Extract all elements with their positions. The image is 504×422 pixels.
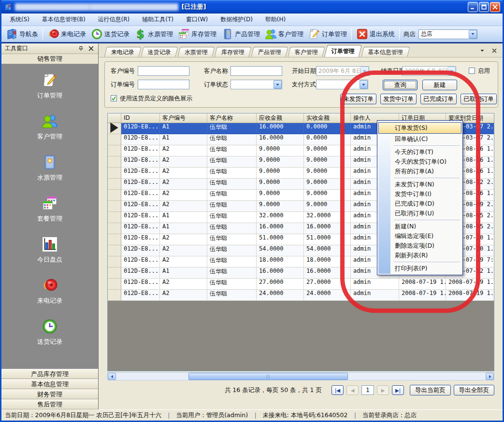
context-menu-item-cancelled-orders[interactable]: 已取消订单(U) — [378, 209, 461, 218]
toolbar-customer-button[interactable]: 客户管理 — [262, 27, 306, 41]
row-header-cell[interactable] — [108, 134, 121, 145]
maximize-button[interactable] — [479, 2, 489, 12]
toolbar-inventory-button[interactable]: 库存管理 — [175, 27, 219, 41]
context-menu-item-today-ship-orders[interactable]: 今天的发货订单(O) — [378, 157, 461, 167]
tab-customer[interactable]: 客户管理 — [288, 47, 325, 57]
row-header-cell[interactable] — [108, 156, 121, 168]
toolbar-product-button[interactable]: 产品管理 — [219, 27, 262, 41]
column-header-customer_name[interactable]: 客户名称 — [207, 113, 257, 123]
tab-product[interactable]: 产品管理 — [251, 47, 288, 57]
context-menu-item-refresh-list[interactable]: 刷新列表(R) — [378, 251, 461, 260]
menu-basic-info-mgmt[interactable]: 基本信息管理(B) — [36, 14, 92, 26]
column-header-customer_no[interactable]: 客户编号 — [160, 113, 207, 123]
toolbar-exit-button[interactable]: 退出系统 — [354, 27, 397, 41]
scrollbar-thumb[interactable] — [188, 373, 348, 380]
page-number-input[interactable]: 1 — [361, 385, 374, 395]
customer-no-input[interactable] — [138, 66, 189, 76]
menu-data-maintenance[interactable]: 数据维护(D) — [214, 14, 259, 26]
menu-window[interactable]: 窗口(W) — [180, 14, 214, 26]
last-page-button[interactable]: ▶| — [392, 385, 404, 395]
table-row[interactable]: 012D-E8...A2伍华聪24.000024.0000admin2008-0… — [108, 290, 494, 301]
end-date-picker[interactable]: 2009年 6月 8日 — [402, 66, 456, 76]
sidebar-item-today-stocktake[interactable]: 今日盘点 — [37, 236, 62, 264]
context-menu-item-print-list[interactable]: 打印列表(P) — [378, 264, 461, 273]
menu-runtime-info[interactable]: 运行信息(R) — [92, 14, 136, 26]
row-header-cell[interactable] — [108, 145, 121, 156]
tab-call-log[interactable]: 来电记录 — [104, 47, 141, 57]
table-row[interactable]: 012D-E8...A2伍华聪27.000027.0000admin2008-0… — [108, 279, 494, 290]
sidebar-item-water-ticket-mgmt[interactable]: 水票管理 — [37, 154, 62, 182]
tab-basic-info[interactable]: 基本信息管理 — [361, 47, 410, 57]
row-header-cell[interactable] — [108, 290, 121, 301]
row-header-cell[interactable] — [108, 212, 121, 223]
context-menu-item-ship-order[interactable]: 订单发货(S) — [378, 122, 461, 134]
sidebar-item-package-mgmt[interactable]: 套餐管理 — [37, 195, 62, 223]
context-menu-item-receipt-confirm[interactable]: 回单确认(C) — [378, 134, 461, 144]
chevron-down-icon[interactable] — [360, 80, 368, 89]
sidebar-item-order-mgmt[interactable]: 订单管理 — [37, 72, 62, 100]
chevron-down-icon[interactable] — [469, 30, 477, 39]
query-button[interactable]: 查询 — [383, 80, 418, 90]
pin-icon[interactable] — [77, 45, 85, 52]
customer-name-input[interactable] — [230, 66, 282, 76]
column-header-receivable[interactable]: 应收金额 — [257, 113, 304, 123]
close-button[interactable] — [490, 2, 500, 12]
row-header-cell[interactable] — [108, 179, 121, 190]
row-header-cell[interactable] — [108, 223, 121, 234]
first-page-button[interactable]: |◀ — [331, 385, 344, 395]
payment-combobox[interactable] — [316, 80, 368, 89]
close-icon[interactable] — [87, 45, 95, 52]
tab-inventory[interactable]: 库存管理 — [214, 47, 251, 57]
sidebar-group-after-sales-mgmt[interactable]: 售后管理 — [1, 399, 98, 409]
toolbar-delivery-log-button[interactable]: 送货记录 — [88, 27, 132, 41]
column-header-received[interactable]: 实收金额 — [304, 113, 351, 123]
horizontal-scrollbar[interactable] — [107, 372, 494, 380]
sidebar-group-finance-mgmt[interactable]: 财务管理 — [1, 389, 98, 399]
enable-checkbox[interactable] — [469, 68, 475, 74]
tab-water-ticket[interactable]: 水票管理 — [177, 47, 215, 57]
export-all-pages-button[interactable]: 导出全部页 — [454, 385, 495, 395]
context-menu-item-new-order[interactable]: 新建(N) — [378, 222, 461, 231]
context-menu-item-today-orders[interactable]: 今天的订单(T) — [378, 147, 461, 157]
toolbar-order-button[interactable]: 订单管理 — [306, 27, 349, 41]
scrollbar-track[interactable] — [116, 373, 486, 380]
row-header-cell[interactable] — [108, 123, 121, 134]
sidebar-item-delivery-log[interactable]: 送货记录 — [37, 318, 62, 346]
context-menu-item-edit-selected[interactable]: 编辑选定项(E) — [378, 231, 461, 241]
sidebar-group-product-stock-mgmt[interactable]: 产品库存管理 — [1, 369, 98, 379]
context-menu-item-unshipped-orders[interactable]: 未发货订单(N) — [378, 180, 461, 189]
context-menu-item-all-orders[interactable]: 所有的订单(A) — [378, 167, 461, 176]
sidebar-group-basic-info-mgmt[interactable]: 基本信息管理 — [1, 379, 98, 389]
menu-aux-tools[interactable]: 辅助工具(T) — [136, 14, 180, 26]
column-header-id[interactable]: ID — [121, 113, 160, 123]
toolbar-navigator-button[interactable]: 导航条 — [3, 27, 41, 41]
row-header-cell[interactable] — [108, 234, 121, 245]
sidebar-section-sales[interactable]: 销售管理 — [1, 54, 98, 64]
row-header-cell[interactable] — [108, 256, 121, 267]
sidebar-item-customer-mgmt[interactable]: 客户管理 — [37, 113, 62, 141]
order-status-combobox[interactable] — [230, 80, 282, 89]
scroll-right-icon[interactable] — [486, 373, 494, 380]
row-header-cell[interactable] — [108, 190, 121, 201]
tab-order[interactable]: 订单管理 — [324, 45, 362, 57]
chevron-down-icon[interactable] — [478, 47, 486, 54]
shop-combobox[interactable]: 总店 — [418, 29, 477, 39]
sidebar-item-call-log[interactable]: 来电记录 — [37, 277, 62, 305]
prev-page-button[interactable]: ◀ — [346, 385, 359, 395]
toolbar-call-log-button[interactable]: 来电记录 — [45, 27, 88, 41]
export-current-page-button[interactable]: 导出当前页 — [410, 385, 451, 395]
toolbar-water-ticket-button[interactable]: $水票管理 — [132, 27, 175, 41]
start-date-picker[interactable]: 2009年 6月 8日 — [316, 66, 369, 76]
close-icon[interactable] — [490, 47, 498, 54]
new-button[interactable]: 新建 — [422, 80, 457, 90]
tab-delivery-log[interactable]: 送货记录 — [141, 47, 178, 57]
cancelled-orders-button[interactable]: 已取消订单 — [461, 94, 497, 104]
order-no-input[interactable] — [138, 80, 189, 89]
menu-help[interactable]: 帮助(H) — [259, 14, 292, 26]
completed-orders-button[interactable]: 已完成订单 — [420, 94, 457, 104]
minimize-button[interactable] — [468, 2, 478, 12]
context-menu-item-completed-orders[interactable]: 已完成订单(D) — [378, 199, 461, 209]
scroll-left-icon[interactable] — [108, 373, 116, 380]
row-header-cell[interactable] — [108, 279, 121, 290]
next-page-button[interactable]: ▶ — [377, 385, 389, 395]
